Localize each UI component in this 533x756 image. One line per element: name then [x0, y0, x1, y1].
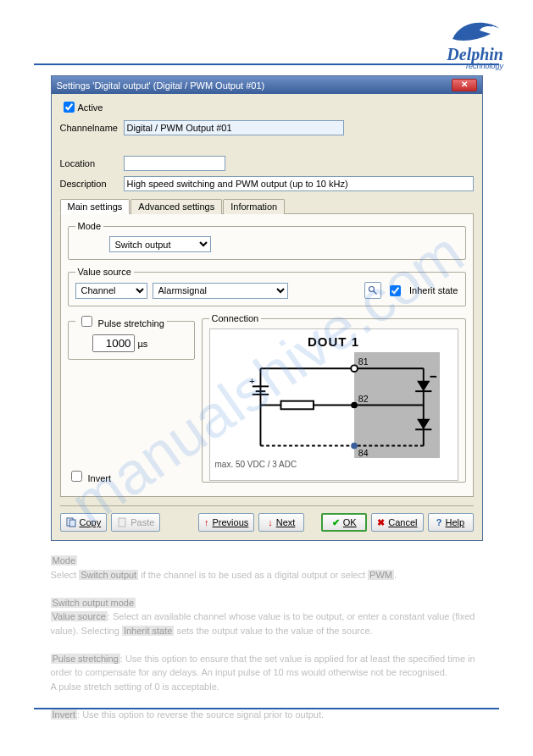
svg-text:84: 84	[358, 448, 368, 458]
description-input[interactable]	[124, 176, 474, 191]
channelname-label: Channelname	[60, 123, 124, 133]
paste-button[interactable]: Paste	[111, 513, 160, 532]
tabstrip: Main settings Advanced settings Informat…	[60, 198, 474, 214]
invert-label: Invert	[88, 473, 112, 483]
svg-text:81: 81	[358, 356, 368, 367]
body-text: Mode Select Switch output if the channel…	[51, 554, 483, 721]
active-label: Active	[78, 102, 103, 113]
pulse-group: Pulse stretching µs	[68, 313, 195, 360]
close-button[interactable]: ✕	[452, 79, 477, 91]
dialog-title: Settings 'Digital output' (Digital / PWM…	[57, 80, 265, 91]
next-button[interactable]: ↓ Next	[258, 513, 304, 532]
connection-legend: Connection	[209, 313, 262, 323]
tab-advanced[interactable]: Advanced settings	[130, 199, 222, 214]
tab-main[interactable]: Main settings	[60, 199, 130, 214]
active-checkbox[interactable]	[64, 102, 75, 113]
connection-diagram: DOUT 1 +	[209, 328, 458, 481]
browse-channel-button[interactable]	[364, 282, 381, 299]
titlebar: Settings 'Digital output' (Digital / PWM…	[52, 76, 482, 94]
brand-logo: Delphin Technology	[444, 15, 503, 70]
svg-text:82: 82	[358, 394, 368, 404]
previous-button[interactable]: ↑ Previous	[198, 513, 254, 532]
settings-dialog: Settings 'Digital output' (Digital / PWM…	[51, 75, 483, 541]
pulse-value-input[interactable]	[92, 334, 135, 352]
location-input[interactable]	[124, 156, 225, 171]
description-label: Description	[60, 179, 124, 189]
connection-group: Connection DOUT 1	[202, 313, 466, 483]
connection-title: DOUT 1	[215, 334, 452, 349]
svg-point-0	[492, 26, 494, 28]
mode-select[interactable]: Switch output	[109, 236, 211, 252]
svg-rect-26	[69, 520, 75, 527]
tab-info[interactable]: Information	[223, 199, 285, 214]
svg-point-14	[351, 365, 358, 372]
svg-point-15	[351, 402, 358, 409]
invert-checkbox[interactable]	[71, 471, 82, 482]
svg-text:+: +	[249, 376, 255, 386]
mode-group: Mode Switch output	[68, 221, 466, 260]
copy-button[interactable]: Copy	[60, 513, 108, 532]
tabpage-main: Mode Switch output Value source Channel	[60, 214, 474, 497]
inherit-state-label: Inherit state	[409, 285, 458, 295]
pulse-checkbox[interactable]	[81, 316, 92, 327]
ok-button[interactable]: ✔ OK	[321, 513, 367, 532]
help-button[interactable]: ? Help	[428, 513, 474, 532]
pulse-unit: µs	[138, 339, 148, 349]
location-label: Location	[60, 158, 124, 168]
svg-line-2	[374, 291, 377, 295]
cancel-button[interactable]: ✖ Cancel	[371, 513, 423, 532]
connection-caption: max. 50 VDC / 3 ADC	[215, 460, 452, 469]
source-type-select[interactable]: Channel	[75, 283, 147, 299]
mode-legend: Mode	[75, 221, 104, 231]
svg-rect-27	[119, 518, 125, 527]
value-source-legend: Value source	[75, 267, 134, 277]
inherit-state-checkbox[interactable]	[390, 285, 401, 296]
svg-rect-13	[280, 401, 313, 410]
svg-point-16	[351, 443, 358, 450]
source-channel-select[interactable]: Alarmsignal	[153, 283, 288, 299]
channelname-input[interactable]	[124, 120, 344, 135]
pulse-label: Pulse stretching	[98, 318, 164, 328]
value-source-group: Value source Channel Alarmsignal	[68, 267, 466, 306]
logo-text: Delphin	[444, 47, 503, 62]
svg-point-1	[369, 287, 375, 292]
button-bar: Copy Paste ↑ Previous ↓ Next ✔	[60, 505, 474, 532]
